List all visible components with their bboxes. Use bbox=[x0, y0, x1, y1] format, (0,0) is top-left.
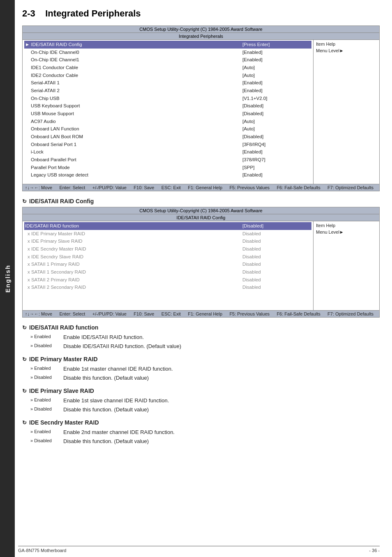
desc-text: Disable this function. (Default value) bbox=[63, 437, 380, 446]
bios-table2-help: Item Help Menu Level► bbox=[314, 221, 379, 310]
bios-row-ac97-audio: AC97 Audio [Auto] bbox=[24, 118, 311, 125]
title-text: Integrated Peripherals bbox=[45, 8, 141, 19]
nav2-enter: Enter: Select bbox=[59, 311, 85, 316]
bullet: » Enabled bbox=[30, 428, 63, 436]
nav2-esc: ESC: Exit bbox=[161, 311, 181, 316]
bullet: » Disabled bbox=[30, 342, 63, 350]
desc-item: » Enabled Enable 1st slave channel IDE R… bbox=[30, 397, 380, 405]
desc-text: Enable IDE/SATAII RAID function. bbox=[63, 333, 380, 341]
bios-row-ide-sataii-raid-config[interactable]: ► IDE/SATAII RAID Config [Press Enter] bbox=[24, 41, 311, 49]
bios-row-ide1-conductor: IDE1 Conductor Cable [Auto] bbox=[24, 64, 311, 72]
page-footer: GA-8N775 Motherboard - 36 - bbox=[18, 546, 380, 553]
bios-row-onboard-serial1: Onboard Serial Port 1 [3F8/IRQ4] bbox=[24, 141, 311, 149]
nav2-f10: F10: Save bbox=[134, 311, 154, 316]
nav-move: ↑↓→←: Move bbox=[25, 185, 52, 190]
bios-row-ide-primary-master: x IDE Primary Master RAID Disabled bbox=[24, 230, 311, 238]
bios-row-usb-keyboard: USB Keyboard Support [Disabled] bbox=[24, 102, 311, 110]
bios-table1-help: Item Help Menu Level► bbox=[314, 40, 379, 184]
bios-row-sataii1-secondary: x SATAII 1 Secondary RAID Disabled bbox=[24, 268, 311, 276]
bios-table2-body: IDE/SATAII RAID function [Disabled] x ID… bbox=[23, 221, 379, 310]
bios-row-sataii2-secondary: x SATAII 2 Secondary RAID Disabled bbox=[24, 283, 311, 291]
bios-table-ide-sataii-raid-config: CMOS Setup Utility-Copyright (C) 1984-20… bbox=[22, 207, 380, 318]
section-heading-ide-sataii: ↻ IDE/SATAII RAID Config bbox=[22, 198, 380, 204]
bios-row-ide-primary-slave: x IDE Primary Slave RAID Disabled bbox=[24, 237, 311, 245]
desc-list-ide-secndry-master: » Enabled Enable 2nd master channel IDE … bbox=[30, 428, 380, 445]
sidebar-label: English bbox=[4, 265, 11, 292]
bullet: » Enabled bbox=[30, 333, 63, 341]
section-arrow-icon2: ↻ bbox=[22, 325, 27, 331]
desc-text: Enable 1st master channel IDE RAID funct… bbox=[63, 365, 380, 373]
bios-row-on-chip-usb: On-Chip USB [V1.1+V2.0] bbox=[24, 95, 311, 102]
item-help-label: Item Help bbox=[315, 41, 378, 47]
desc-text: Disable this function. (Default value) bbox=[63, 374, 380, 382]
footer-right: - 36 - bbox=[369, 548, 380, 553]
nav-f10: F10: Save bbox=[134, 185, 154, 190]
menu-level-label2: Menu Level► bbox=[315, 229, 378, 235]
nav-f7: F7: Optimized Defaults bbox=[327, 185, 374, 190]
nav2-move: ↑↓→←: Move bbox=[25, 311, 52, 316]
section-arrow-icon3: ↻ bbox=[22, 356, 27, 362]
bullet: » Disabled bbox=[30, 374, 63, 382]
desc-item: » Disabled Disable this function. (Defau… bbox=[30, 374, 380, 382]
bios-row-on-chip-ide1: On-Chip IDE Channel1 [Enabled] bbox=[24, 56, 311, 64]
desc-text: Enable 1st slave channel IDE RAID functi… bbox=[63, 397, 380, 405]
bios-table-integrated-peripherals: CMOS Setup Utility-Copyright (C) 1984-20… bbox=[22, 26, 380, 191]
main-content: 2-3 Integrated Peripherals CMOS Setup Ut… bbox=[18, 0, 392, 455]
nav-enter: Enter: Select bbox=[59, 185, 85, 190]
desc-text: Disable IDE/SATAII RAID function. (Defau… bbox=[63, 342, 380, 350]
bios-table1-header2: Integrated Peripherals bbox=[23, 33, 379, 40]
desc-item: » Enabled Enable 2nd master channel IDE … bbox=[30, 428, 380, 436]
bios-row-ide-sataii-function[interactable]: IDE/SATAII RAID function [Disabled] bbox=[24, 222, 311, 230]
bios-row-value: [Press Enter] bbox=[241, 41, 311, 48]
bullet: » Disabled bbox=[30, 437, 63, 446]
section-heading-ide-primary-master: ↻ IDE Primary Master RAID bbox=[22, 356, 380, 362]
bios-row-onboard-lan-boot: Onboard LAN Boot ROM [Disabled] bbox=[24, 133, 311, 141]
bios-table2-left: IDE/SATAII RAID function [Disabled] x ID… bbox=[23, 221, 314, 310]
bios-row-legacy-usb-storage: Legacy USB storage detect [Enabled] bbox=[24, 171, 311, 179]
desc-item: » Disabled Disable this function. (Defau… bbox=[30, 437, 380, 446]
section-heading-text5: IDE Secndry Master RAID bbox=[29, 419, 99, 426]
desc-text: Disable this function. (Default value) bbox=[63, 406, 380, 414]
nav-esc: ESC: Exit bbox=[161, 185, 181, 190]
desc-item: » Disabled Disable this function. (Defau… bbox=[30, 406, 380, 414]
section-heading-ide-secndry-master: ↻ IDE Secndry Master RAID bbox=[22, 419, 380, 426]
bios-table2-header1: CMOS Setup Utility-Copyright (C) 1984-20… bbox=[23, 207, 379, 214]
bios-row-on-chip-ide0: On-Chip IDE Channel0 [Enabled] bbox=[24, 49, 311, 56]
nav-value: +/-/PU/PD: Value bbox=[92, 185, 127, 190]
menu-level-label: Menu Level► bbox=[315, 47, 378, 54]
nav-f5: F5: Previous Values bbox=[229, 185, 270, 190]
section-heading-text2: IDE/SATAII RAID function bbox=[29, 324, 98, 331]
section-arrow-icon: ↻ bbox=[22, 198, 27, 204]
bios-row-ide2-conductor: IDE2 Conductor Cable [Auto] bbox=[24, 72, 311, 79]
section-num: 2-3 bbox=[22, 8, 35, 19]
desc-text: Enable 2nd master channel IDE RAID funct… bbox=[63, 428, 380, 436]
section-heading-ide-primary-slave: ↻ IDE Primary Slave RAID bbox=[22, 388, 380, 394]
desc-item: » Disabled Disable IDE/SATAII RAID funct… bbox=[30, 342, 380, 350]
bullet: » Enabled bbox=[30, 397, 63, 405]
bios-row-serial-ataii2: Serial-ATAII 2 [Enabled] bbox=[24, 87, 311, 95]
nav-f1: F1: General Help bbox=[188, 185, 222, 190]
nav2-f7: F7: Optimized Defaults bbox=[327, 311, 374, 316]
bios-row-usb-mouse: USB Mouse Support [Disabled] bbox=[24, 110, 311, 118]
section-heading-ide-sataii-function: ↻ IDE/SATAII RAID function bbox=[22, 324, 380, 331]
bios-row-serial-ataii1: Serial-ATAII 1 [Enabled] bbox=[24, 79, 311, 87]
nav2-f1: F1: General Help bbox=[188, 311, 222, 316]
bios-row-ilock: i-Lock [Enabled] bbox=[24, 148, 311, 156]
section-heading-text: IDE/SATAII RAID Config bbox=[29, 198, 94, 204]
bios-table2-header2: IDE/SATAII RAID Config bbox=[23, 214, 379, 221]
bios-row-label: ► IDE/SATAII RAID Config bbox=[25, 41, 241, 48]
bios-row-onboard-lan-func: Onboard LAN Function [Auto] bbox=[24, 125, 311, 133]
item-help-label2: Item Help bbox=[315, 222, 378, 229]
bios-row-ide-secndry-master: x IDE Secndry Master RAID Disabled bbox=[24, 245, 311, 253]
bullet: » Enabled bbox=[30, 365, 63, 373]
bios-row-ide-secndry-slave: x IDE Secndry Slave RAID Disabled bbox=[24, 253, 311, 261]
page-title: 2-3 Integrated Peripherals bbox=[22, 8, 380, 19]
bullet: » Disabled bbox=[30, 406, 63, 414]
desc-list-ide-primary-slave: » Enabled Enable 1st slave channel IDE R… bbox=[30, 397, 380, 413]
bios-row-parallel-mode: Parallel Port Mode [SPP] bbox=[24, 164, 311, 172]
footer-left: GA-8N775 Motherboard bbox=[18, 548, 66, 553]
section-heading-text4: IDE Primary Slave RAID bbox=[29, 388, 94, 394]
nav2-f5: F5: Previous Values bbox=[229, 311, 270, 316]
section-heading-text3: IDE Primary Master RAID bbox=[29, 356, 98, 362]
bios-table2-nav: ↑↓→←: Move Enter: Select +/-/PU/PD: Valu… bbox=[23, 310, 379, 317]
